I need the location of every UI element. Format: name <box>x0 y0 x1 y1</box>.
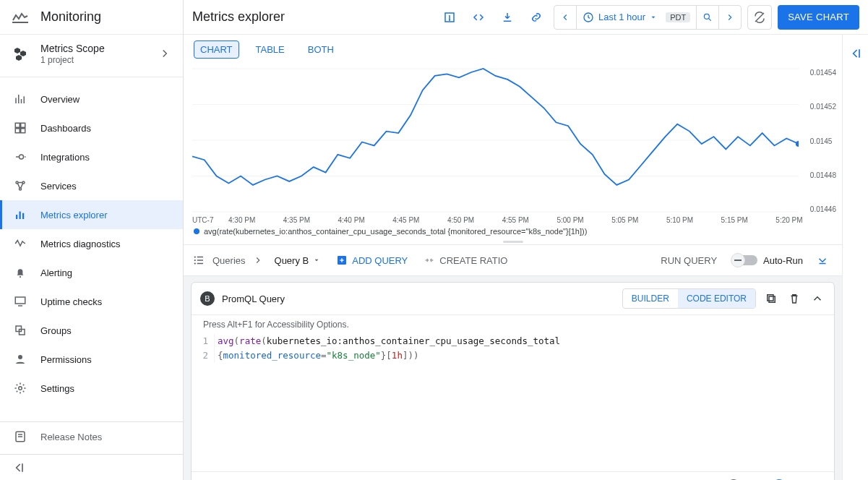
release-notes-link[interactable]: Release Notes <box>0 422 183 451</box>
tab-table[interactable]: TABLE <box>249 40 291 59</box>
collapse-queries-button[interactable] <box>812 251 833 270</box>
dashboard-icon <box>12 119 29 137</box>
diagnostics-icon <box>12 235 29 252</box>
sidebar-item-integrations[interactable]: Integrations <box>0 142 183 171</box>
sidebar-item-groups[interactable]: Groups <box>0 316 183 345</box>
person-icon <box>12 351 29 368</box>
product-header: Monitoring <box>0 0 183 35</box>
monitor-icon <box>12 293 29 310</box>
nodes-icon <box>12 177 29 194</box>
plug-icon <box>12 148 29 166</box>
svg-point-40 <box>194 262 196 264</box>
delete-query-button[interactable] <box>786 291 802 307</box>
y-tick-label: 0.01454 <box>810 69 836 77</box>
autorun-toggle[interactable]: Auto-Run <box>733 255 803 266</box>
gear-icon <box>12 380 29 397</box>
svg-marker-2 <box>20 51 26 56</box>
download-button[interactable] <box>496 6 519 29</box>
sidebar-item-metrics-explorer[interactable]: Metrics explorer <box>0 200 183 229</box>
chart-canvas[interactable]: 0.014540.014520.01450.014480.01446 <box>184 64 842 216</box>
collapse-card-button[interactable] <box>809 291 825 307</box>
tab-both[interactable]: BOTH <box>301 40 340 59</box>
copy-query-button[interactable] <box>763 291 779 307</box>
svg-rect-15 <box>15 297 25 304</box>
x-axis-labels: UTC-74:30 PM4:35 PM4:40 PM4:45 PM4:50 PM… <box>184 216 842 224</box>
add-query-button[interactable]: ADD QUERY <box>332 252 412 269</box>
sidebar-item-dashboards[interactable]: Dashboards <box>0 113 183 142</box>
editor-mode-toggle: BUILDER CODE EDITOR <box>622 288 756 309</box>
timezone-chip: PDT <box>666 12 690 22</box>
sidebar-item-settings[interactable]: Settings <box>0 374 183 403</box>
y-tick-label: 0.01448 <box>810 171 836 179</box>
queries-label: Queries <box>212 255 246 266</box>
time-zoom-button[interactable] <box>697 6 719 29</box>
sidebar-item-alerting[interactable]: Alerting <box>0 258 183 287</box>
builder-mode-button[interactable]: BUILDER <box>623 289 678 308</box>
tab-chart[interactable]: CHART <box>194 40 239 59</box>
run-query-button[interactable]: RUN QUERY <box>653 251 724 270</box>
link-button[interactable] <box>525 6 548 29</box>
time-range-button[interactable]: Last 1 hour PDT <box>577 6 697 29</box>
query-card: B PromQL Query BUILDER CODE EDITOR <box>191 282 835 480</box>
svg-point-19 <box>18 355 22 359</box>
x-tick-label: 4:30 PM <box>228 216 283 224</box>
list-icon <box>192 254 205 267</box>
scope-subtitle: 1 project <box>40 55 105 65</box>
svg-rect-48 <box>769 296 775 302</box>
y-tick-label: 0.0145 <box>810 137 836 145</box>
sidebar-item-overview[interactable]: Overview <box>0 85 183 113</box>
svg-rect-13 <box>22 213 24 219</box>
nav-label: Groups <box>40 325 72 336</box>
x-tick-label: 5:00 PM <box>557 216 611 224</box>
code-editor-mode-button[interactable]: CODE EDITOR <box>678 289 755 308</box>
y-tick-label: 0.01446 <box>810 205 836 213</box>
caret-down-icon <box>313 257 320 264</box>
code-editor[interactable]: 1 avg(rate(kubernetes_io:anthos_containe… <box>192 334 834 363</box>
query-badge: B <box>200 291 215 306</box>
code-button[interactable] <box>467 6 490 29</box>
line-number: 2 <box>192 348 215 363</box>
nav-label: Services <box>40 181 77 192</box>
svg-rect-0 <box>12 22 28 23</box>
tz-label: UTC-7 <box>192 216 228 224</box>
x-tick-label: 4:55 PM <box>502 216 557 224</box>
create-ratio-button[interactable]: CREATE RATIO <box>419 252 512 269</box>
code-line: avg(rate(kubernetes_io:anthos_container_… <box>215 334 834 348</box>
sidebar-item-metrics-diagnostics[interactable]: Metrics diagnostics <box>0 229 183 258</box>
x-tick-label: 5:10 PM <box>666 216 721 224</box>
svg-point-14 <box>20 276 21 278</box>
nav-label: Settings <box>40 383 74 394</box>
plus-box-icon <box>336 254 348 266</box>
svg-point-38 <box>194 256 196 257</box>
nav-label: Metrics explorer <box>40 210 107 220</box>
sidebar-collapse-button[interactable] <box>0 454 183 480</box>
save-chart-button[interactable]: SAVE CHART <box>778 5 859 30</box>
chevron-right-icon <box>158 47 171 60</box>
current-query-selector[interactable]: Query B <box>270 252 325 269</box>
time-range-group: Last 1 hour PDT <box>554 5 742 30</box>
svg-marker-3 <box>16 55 22 61</box>
x-tick-label: 5:20 PM <box>775 216 830 224</box>
sidebar-item-uptime-checks[interactable]: Uptime checks <box>0 287 183 316</box>
sidebar-item-services[interactable]: Services <box>0 171 183 200</box>
svg-marker-1 <box>14 48 20 53</box>
metrics-scope-selector[interactable]: Metrics Scope 1 project <box>0 35 183 72</box>
y-tick-label: 0.01452 <box>810 103 836 111</box>
analytics-icon <box>12 90 29 108</box>
hexagon-cluster-icon <box>12 45 29 62</box>
release-notes-label: Release Notes <box>40 432 102 442</box>
svg-point-10 <box>20 188 22 190</box>
right-panel-expand-button[interactable] <box>848 46 863 61</box>
page-title: Metrics explorer <box>192 9 285 25</box>
view-tabs: CHART TABLE BOTH <box>194 40 832 59</box>
chevron-right-icon <box>253 255 263 265</box>
auto-refresh-toggle[interactable] <box>747 5 772 30</box>
x-tick-label: 5:05 PM <box>611 216 666 224</box>
svg-rect-7 <box>21 129 25 133</box>
sidebar-item-permissions[interactable]: Permissions <box>0 345 183 374</box>
save-view-button[interactable] <box>438 6 461 29</box>
time-prev-button[interactable] <box>554 6 577 29</box>
svg-point-27 <box>449 19 450 20</box>
svg-point-20 <box>19 387 22 390</box>
time-next-button[interactable] <box>719 6 741 29</box>
